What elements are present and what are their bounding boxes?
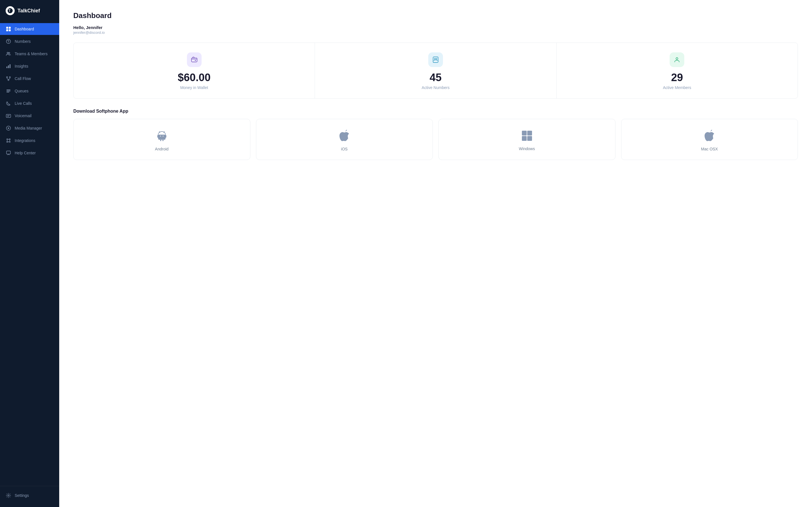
numbers-icon (6, 39, 11, 44)
svg-point-31 (434, 58, 435, 59)
svg-rect-28 (192, 58, 197, 62)
sidebar-item-teams-members[interactable]: Teams & Members (0, 48, 59, 60)
svg-rect-10 (6, 66, 7, 68)
svg-rect-11 (8, 65, 9, 68)
sidebar-item-label: Media Manager (15, 126, 42, 130)
sidebar-item-help-center[interactable]: Help Center (0, 147, 59, 159)
stats-row: $60.00 Money in Wallet 45 Active Numbers (73, 43, 798, 99)
sidebar-item-numbers[interactable]: Numbers (0, 36, 59, 47)
greeting-name: Hello, Jennifer (73, 25, 798, 30)
svg-point-39 (160, 136, 161, 136)
numbers-value: 45 (430, 71, 442, 83)
svg-rect-26 (6, 151, 10, 154)
svg-point-40 (163, 136, 163, 136)
download-card-ios[interactable]: iOS (256, 119, 433, 160)
sidebar-item-label: Voicemail (15, 114, 32, 118)
svg-point-25 (9, 142, 10, 143)
ios-label: iOS (341, 147, 348, 151)
download-card-windows[interactable]: Windows (439, 119, 615, 160)
sidebar-item-insights[interactable]: Insights (0, 60, 59, 72)
sidebar-item-label: Teams & Members (15, 52, 48, 56)
person-icon-wrap (670, 52, 684, 67)
settings-icon (6, 493, 11, 498)
svg-point-7 (8, 43, 9, 43)
sidebar-nav: Dashboard Numbers (0, 21, 59, 486)
voicemail-icon (6, 113, 11, 119)
sidebar-item-label: Live Calls (15, 101, 32, 106)
svg-rect-17 (6, 91, 10, 91)
sidebar-item-media-manager[interactable]: Media Manager (0, 122, 59, 134)
svg-marker-21 (8, 127, 10, 129)
download-section: Download Softphone App (73, 109, 798, 160)
svg-point-33 (676, 58, 678, 60)
stat-card-numbers: 45 Active Numbers (315, 43, 556, 98)
wallet-label: Money in Wallet (180, 86, 208, 90)
svg-rect-19 (6, 114, 11, 117)
teams-icon (6, 51, 11, 57)
greeting-email: jennifer@discord.io (73, 31, 798, 35)
members-label: Active Members (663, 86, 691, 90)
download-card-macosx[interactable]: Mac OSX (621, 119, 798, 160)
integrations-icon (6, 138, 11, 144)
sidebar: T TalkChief Dashboard (0, 0, 59, 507)
download-grid: Android iOS (73, 119, 798, 160)
sidebar-item-integrations[interactable]: Integrations (0, 135, 59, 147)
svg-rect-41 (522, 131, 527, 135)
download-section-title: Download Softphone App (73, 109, 798, 114)
page-title: Dashboard (73, 11, 798, 20)
svg-rect-43 (522, 136, 527, 141)
sidebar-item-label: Settings (15, 493, 29, 498)
sidebar-item-label: Help Center (15, 151, 36, 155)
media-icon (6, 125, 11, 131)
sidebar-item-call-flow[interactable]: Call Flow (0, 73, 59, 84)
dashboard-icon (6, 26, 11, 32)
user-greeting: Hello, Jennifer jennifer@discord.io (73, 25, 798, 35)
stat-card-members: 29 Active Members (557, 43, 798, 98)
sidebar-item-label: Integrations (15, 138, 35, 143)
macosx-label: Mac OSX (701, 147, 718, 151)
live-calls-icon (6, 101, 11, 106)
callflow-icon (6, 76, 11, 81)
svg-point-23 (9, 139, 10, 140)
svg-point-22 (7, 139, 8, 140)
svg-rect-2 (6, 27, 8, 29)
insights-icon (6, 63, 11, 69)
svg-rect-3 (9, 27, 11, 29)
svg-rect-38 (162, 140, 163, 141)
svg-point-8 (7, 52, 8, 54)
svg-rect-5 (9, 29, 11, 31)
sidebar-bottom: Settings (0, 486, 59, 507)
sidebar-item-label: Numbers (15, 39, 31, 44)
sidebar-item-label: Call Flow (15, 76, 31, 81)
stat-card-wallet: $60.00 Money in Wallet (73, 43, 315, 98)
phone-icon-wrap (428, 52, 443, 67)
logo-icon: T (6, 6, 15, 15)
windows-label: Windows (519, 147, 535, 151)
queues-icon (6, 88, 11, 94)
main-content: Dashboard Hello, Jennifer jennifer@disco… (59, 0, 812, 507)
help-icon (6, 150, 11, 156)
logo: T TalkChief (0, 0, 59, 21)
windows-icon (521, 130, 532, 142)
macosx-icon (704, 130, 715, 142)
sidebar-item-dashboard[interactable]: Dashboard (0, 23, 59, 35)
android-label: Android (155, 147, 168, 151)
svg-point-32 (436, 58, 437, 59)
download-card-android[interactable]: Android (73, 119, 250, 160)
logo-text: TalkChief (17, 8, 40, 14)
android-icon (156, 130, 168, 142)
svg-text:T: T (8, 9, 11, 13)
sidebar-item-live-calls[interactable]: Live Calls (0, 98, 59, 109)
svg-point-24 (7, 142, 8, 143)
sidebar-item-label: Dashboard (15, 27, 34, 31)
svg-rect-37 (160, 140, 161, 141)
sidebar-item-label: Insights (15, 64, 28, 68)
sidebar-item-queues[interactable]: Queues (0, 85, 59, 97)
svg-rect-30 (433, 57, 438, 62)
sidebar-item-settings[interactable]: Settings (0, 490, 59, 501)
svg-point-27 (8, 495, 9, 496)
svg-rect-16 (6, 90, 10, 90)
svg-rect-44 (527, 136, 532, 141)
svg-rect-12 (10, 64, 10, 68)
sidebar-item-voicemail[interactable]: Voicemail (0, 110, 59, 122)
